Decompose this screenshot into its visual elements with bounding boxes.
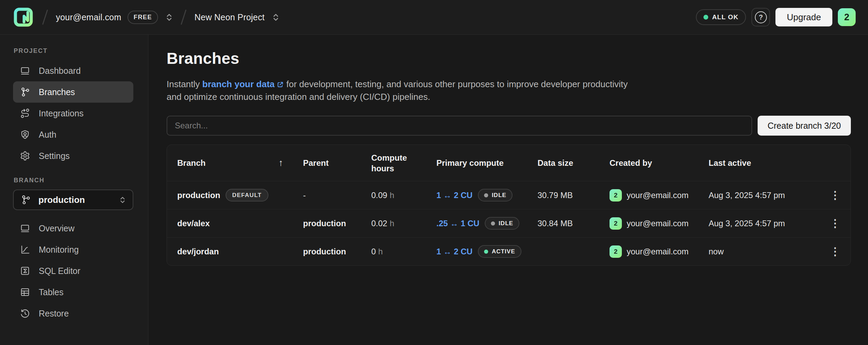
column-header-created-by: Created by	[610, 158, 709, 168]
top-bar: your@email.com FREE New Neon Project ALL…	[0, 0, 868, 35]
table-header-row: Branch ↑ Parent Compute hours Primary co…	[167, 145, 851, 181]
status-dot-icon	[484, 193, 488, 197]
shield-user-icon	[20, 129, 30, 140]
breadcrumb-divider	[42, 10, 48, 25]
parent-branch: -	[303, 191, 371, 200]
status-dot-icon	[484, 250, 488, 254]
external-link-icon	[277, 81, 284, 88]
chevron-updown-icon	[272, 13, 279, 22]
description-text: Instantly	[167, 79, 202, 89]
table-row-production[interactable]: production DEFAULT - 0.09h 1 ↔ 2 CU IDLE…	[167, 181, 851, 209]
sidebar-item-label: Overview	[39, 223, 74, 233]
data-size: 30.79 MB	[538, 191, 610, 200]
branch-your-data-link[interactable]: branch your data	[202, 79, 284, 89]
topbar-actions: ALL OK ? Upgrade 2	[696, 8, 856, 26]
row-menu-button[interactable]: ⋮	[820, 245, 851, 258]
avatar: 2	[610, 217, 622, 230]
sidebar-section-project: PROJECT	[0, 47, 148, 55]
primary-compute: .25 ↔ 1 CU IDLE	[436, 217, 538, 230]
git-branch-icon	[21, 195, 31, 205]
chart-line-icon	[20, 244, 30, 255]
create-branch-button[interactable]: Create branch 3/20	[758, 116, 851, 136]
sidebar-item-label: Monitoring	[39, 245, 79, 255]
sidebar-item-label: SQL Editor	[39, 266, 80, 276]
sidebar-item-restore[interactable]: Restore	[13, 303, 133, 324]
default-badge: DEFAULT	[226, 189, 268, 202]
sidebar-section-branch: BRANCH	[0, 177, 148, 184]
compute-units-range: .25 ↔ 1 CU	[436, 219, 479, 228]
sidebar-item-integrations[interactable]: Integrations	[13, 103, 133, 124]
compute-units-range: 1 ↔ 2 CU	[436, 247, 472, 256]
main-content: Branches Instantly branch your data for …	[148, 35, 868, 345]
sidebar-item-label: Branches	[39, 87, 75, 97]
page-description: Instantly branch your data for developme…	[167, 78, 636, 103]
sidebar-item-label: Restore	[39, 309, 69, 319]
sidebar-item-sql-editor[interactable]: SQL Editor	[13, 260, 133, 281]
branch-name: production	[177, 191, 220, 200]
created-by: 2 your@email.com	[610, 217, 709, 230]
column-header-compute-hours: Compute hours	[371, 152, 436, 174]
dashboard-icon	[20, 66, 30, 76]
status-dot-icon	[491, 221, 495, 226]
last-active: Aug 3, 2025 4:57 pm	[709, 191, 820, 200]
compute-hours: 0.09h	[371, 191, 436, 200]
question-mark-icon: ?	[755, 11, 767, 23]
sidebar-item-dashboard[interactable]: Dashboard	[13, 60, 133, 81]
overview-icon	[20, 223, 30, 233]
branches-table: Branch ↑ Parent Compute hours Primary co…	[167, 145, 851, 266]
sort-ascending-icon[interactable]: ↑	[279, 158, 284, 168]
table-row-dev-alex[interactable]: dev/alex production 0.02h .25 ↔ 1 CU IDL…	[167, 209, 851, 237]
compute-status-badge: IDLE	[478, 189, 513, 202]
git-branch-icon	[20, 87, 30, 97]
sidebar: PROJECT Dashboard Branches Integrations …	[0, 35, 148, 345]
column-header-data-size: Data size	[538, 158, 610, 168]
search-input[interactable]	[167, 116, 752, 136]
last-active: now	[709, 247, 820, 256]
project-name: New Neon Project	[194, 12, 265, 22]
neon-logo-icon[interactable]	[12, 6, 34, 28]
chevron-updown-icon	[166, 13, 173, 22]
sidebar-item-branches[interactable]: Branches	[13, 81, 133, 103]
status-badge[interactable]: ALL OK	[696, 9, 746, 25]
created-by: 2 your@email.com	[610, 245, 709, 258]
parent-branch: production	[303, 247, 371, 256]
primary-compute: 1 ↔ 2 CU ACTIVE	[436, 245, 538, 258]
sidebar-item-auth[interactable]: Auth	[13, 124, 133, 145]
compute-status-badge: IDLE	[485, 217, 519, 230]
table-row-dev-jordan[interactable]: dev/jordan production 0h 1 ↔ 2 CU ACTIVE…	[167, 237, 851, 265]
sidebar-item-label: Dashboard	[39, 66, 81, 76]
column-header-last-active: Last active	[709, 158, 820, 168]
notifications-badge[interactable]: 2	[838, 8, 856, 26]
sidebar-item-label: Tables	[39, 287, 63, 297]
last-active: Aug 3, 2025 4:57 pm	[709, 219, 820, 228]
table-grid-icon	[20, 287, 30, 297]
sidebar-item-tables[interactable]: Tables	[13, 281, 133, 303]
created-by-email: your@email.com	[627, 191, 688, 200]
row-menu-button[interactable]: ⋮	[820, 189, 851, 202]
page-title: Branches	[167, 49, 851, 68]
row-menu-button[interactable]: ⋮	[820, 217, 851, 230]
help-button[interactable]: ?	[751, 8, 770, 26]
project-switcher[interactable]: New Neon Project	[194, 12, 279, 22]
sidebar-item-settings[interactable]: Settings	[13, 145, 133, 166]
account-email: your@email.com	[56, 12, 121, 22]
branch-selector[interactable]: production	[13, 189, 133, 210]
upgrade-button[interactable]: Upgrade	[775, 8, 832, 26]
plan-badge: FREE	[128, 11, 158, 24]
sidebar-item-monitoring[interactable]: Monitoring	[13, 239, 133, 260]
org-switcher[interactable]: your@email.com FREE	[56, 11, 173, 24]
parent-branch: production	[303, 219, 371, 228]
compute-hours: 0.02h	[371, 219, 436, 228]
branch-selector-value: production	[38, 195, 85, 205]
compute-hours: 0h	[371, 247, 436, 256]
column-header-parent: Parent	[303, 158, 371, 168]
sidebar-item-label: Auth	[39, 130, 56, 140]
status-dot-icon	[703, 15, 708, 20]
created-by-email: your@email.com	[627, 219, 688, 228]
table-toolbar: Create branch 3/20	[167, 116, 851, 136]
sidebar-item-overview[interactable]: Overview	[13, 218, 133, 239]
column-header-branch[interactable]: Branch ↑	[167, 158, 303, 168]
sql-editor-sigma-icon	[20, 266, 30, 276]
integrations-icon	[20, 108, 30, 118]
sidebar-item-label: Settings	[39, 151, 70, 161]
